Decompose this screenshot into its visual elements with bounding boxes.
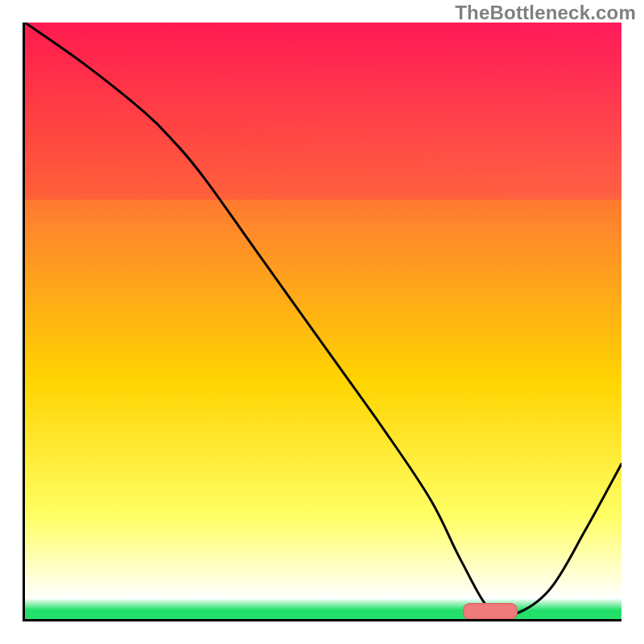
chart-svg [25, 23, 621, 619]
chart-root: TheBottleneck.com [0, 0, 644, 644]
plot-area [25, 23, 621, 619]
optimal-range-marker [464, 604, 518, 619]
top-hue-overlay [25, 23, 621, 200]
watermark-text: TheBottleneck.com [455, 2, 636, 24]
